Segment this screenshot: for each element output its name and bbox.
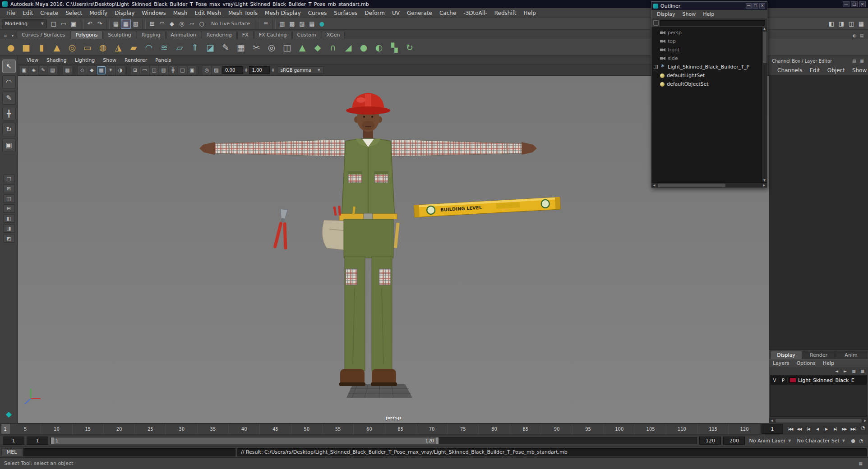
timeline-tick[interactable]: 35 (197, 424, 228, 434)
film-gate-icon[interactable]: ▭ (140, 66, 149, 74)
outliner-item[interactable]: * front (651, 46, 762, 54)
shelf-tab[interactable]: Sculpting (103, 31, 136, 39)
menu-item[interactable]: Edit (19, 10, 37, 16)
new-scene-icon[interactable]: □ (49, 19, 59, 29)
layout-single-pane-button[interactable]: □ (3, 175, 15, 183)
poly-prism-icon[interactable]: ▰ (126, 40, 141, 55)
timeline-ruler[interactable]: 1 51015202530354045505560657075808590951… (1, 423, 760, 434)
shelf-tab[interactable]: Rendering (202, 31, 237, 39)
timeline-tick[interactable]: 75 (447, 424, 478, 434)
mel-command-input[interactable] (23, 448, 235, 456)
scrollbar-thumb[interactable] (763, 32, 766, 63)
layout-outliner-persp-button[interactable]: ◩ (3, 234, 15, 243)
snap-to-grid-icon[interactable]: ⊞ (147, 19, 157, 29)
mel-toggle-button[interactable]: MEL (1, 448, 22, 456)
layer-editor-tab[interactable]: Render (803, 351, 835, 359)
outliner-hscrollbar[interactable]: ◀ ▶ (651, 182, 767, 188)
bridge-icon[interactable]: ∩ (326, 40, 340, 55)
range-slider-track[interactable]: 1 120 (51, 437, 697, 444)
maximize-button[interactable]: □ (851, 1, 858, 7)
maximize-button[interactable]: □ (753, 3, 758, 9)
poly-pyramid-icon[interactable]: ◮ (111, 40, 125, 55)
shelf-tab[interactable]: Custom (292, 31, 321, 39)
timeline-tick[interactable]: 110 (666, 424, 697, 434)
panel-menu-item[interactable]: Panels (151, 57, 175, 63)
auto-keyframe-icon[interactable]: ● (849, 437, 857, 445)
filter-icon[interactable] (653, 20, 659, 26)
timeline-tick[interactable]: 80 (478, 424, 509, 434)
timeline-tick[interactable]: 120 (729, 424, 760, 434)
scrollbar-thumb[interactable] (776, 419, 862, 423)
resolution-gate-icon[interactable]: ◫ (150, 66, 158, 74)
timeline-tick[interactable]: 70 (416, 424, 447, 434)
menu-item[interactable]: Surfaces (330, 10, 361, 16)
timeline-tick[interactable]: 55 (322, 424, 353, 434)
panel-menu-item[interactable]: View (23, 57, 42, 63)
gamma-field[interactable]: 1.00 (249, 66, 270, 74)
help-line-toggle-icon[interactable]: ▦ (857, 460, 864, 467)
outliner-window[interactable]: Outliner —□× DisplayShowHelp * persp (651, 1, 767, 188)
menu-item[interactable]: Deform (361, 10, 388, 16)
timeline-tick[interactable]: 60 (353, 424, 384, 434)
move-tool[interactable]: ╋ (2, 107, 16, 120)
hide-shelf-icon[interactable]: ◐ (851, 32, 858, 39)
layer-editor-tab[interactable]: Anim (835, 351, 867, 359)
outliner-item[interactable]: * persp (651, 28, 762, 37)
menu-item[interactable]: Modify (86, 10, 111, 16)
target-weld-icon[interactable]: ◎ (264, 40, 279, 55)
bookmarks-icon[interactable]: ▤ (48, 66, 57, 74)
range-slider-bar[interactable]: 1 120 (51, 437, 439, 444)
new-empty-layer-icon[interactable]: ▦ (850, 368, 857, 374)
save-scene-icon[interactable]: ▣ (69, 19, 78, 29)
mel-result-output[interactable]: // Result: C:/Users/rs/Desktop/Light_Ski… (237, 448, 867, 456)
layer-editor-menu-item[interactable]: Layers (773, 360, 789, 366)
ipr-render-icon[interactable]: ▨ (297, 19, 307, 29)
outliner-search-input[interactable] (660, 20, 765, 26)
channel-box-menu-item[interactable]: Show (849, 67, 868, 74)
layer-editor-tab[interactable]: Display (770, 351, 802, 359)
mirror-icon[interactable]: ◫ (280, 40, 294, 55)
hypershade-icon[interactable]: ● (317, 19, 327, 29)
timeline-tick[interactable]: 30 (166, 424, 197, 434)
scale-tool[interactable]: ▣ (2, 138, 16, 152)
menu-item[interactable]: UV (388, 10, 403, 16)
scroll-right-icon[interactable]: ▶ (863, 419, 868, 423)
timeline-tick[interactable]: 115 (697, 424, 729, 434)
poly-cube-icon[interactable]: ■ (19, 40, 33, 55)
scroll-up-icon[interactable]: ▲ (762, 27, 767, 31)
redo-icon[interactable]: ↷ (95, 19, 105, 29)
panel-menu-item[interactable]: Lighting (71, 57, 99, 63)
go-to-end-button[interactable]: ▶▶| (849, 425, 858, 433)
character-set-dropdown[interactable]: No Character Set▼ (795, 438, 847, 444)
field-chart-icon[interactable]: ╋ (169, 66, 177, 74)
timeline-tick[interactable]: 95 (572, 424, 603, 434)
channel-box-menu-item[interactable]: Channels (774, 67, 806, 74)
select-by-hierarchy-icon[interactable]: ▤ (111, 19, 121, 29)
timeline-tick[interactable]: 40 (228, 424, 259, 434)
scroll-left-icon[interactable]: ◀ (769, 419, 775, 423)
channel-box-menu-item[interactable]: Edit (806, 67, 824, 74)
exposure-field[interactable]: 0.00 (222, 66, 243, 74)
step-back-frame-button[interactable]: ◀◀ (795, 425, 803, 433)
sidebar-toggle-icon[interactable]: ▦ (856, 19, 866, 29)
poly-plane-icon[interactable]: ▭ (80, 40, 95, 55)
show-tool-settings-icon[interactable]: ◨ (836, 19, 846, 29)
menu-item[interactable]: Create (37, 10, 62, 16)
separate-icon[interactable]: ▚ (387, 40, 402, 55)
poly-disc-icon[interactable]: ◍ (96, 40, 110, 55)
construction-history-icon[interactable]: ≡ (261, 19, 271, 29)
make-live-icon[interactable]: ○ (197, 19, 207, 29)
scroll-left-icon[interactable]: ◀ (651, 184, 657, 187)
layer-editor-hscrollbar[interactable]: ◀ ▶ (769, 418, 868, 423)
boolean-icon[interactable]: ◐ (372, 40, 386, 55)
timeline-tick[interactable]: 65 (385, 424, 416, 434)
timeline-tick[interactable]: 20 (103, 424, 134, 434)
extrude-icon[interactable]: ▲ (295, 40, 309, 55)
timeline-tick[interactable]: 10 (41, 424, 72, 434)
animation-start-field[interactable]: 1 (3, 437, 24, 445)
shelf-menu-icon[interactable]: ≡ (2, 32, 9, 39)
wireframe-icon[interactable]: ◇ (78, 66, 87, 74)
play-backwards-button[interactable]: ◀ (813, 425, 822, 433)
poly-cone-icon[interactable]: ▲ (50, 40, 64, 55)
open-scene-icon[interactable]: ▭ (59, 19, 69, 29)
